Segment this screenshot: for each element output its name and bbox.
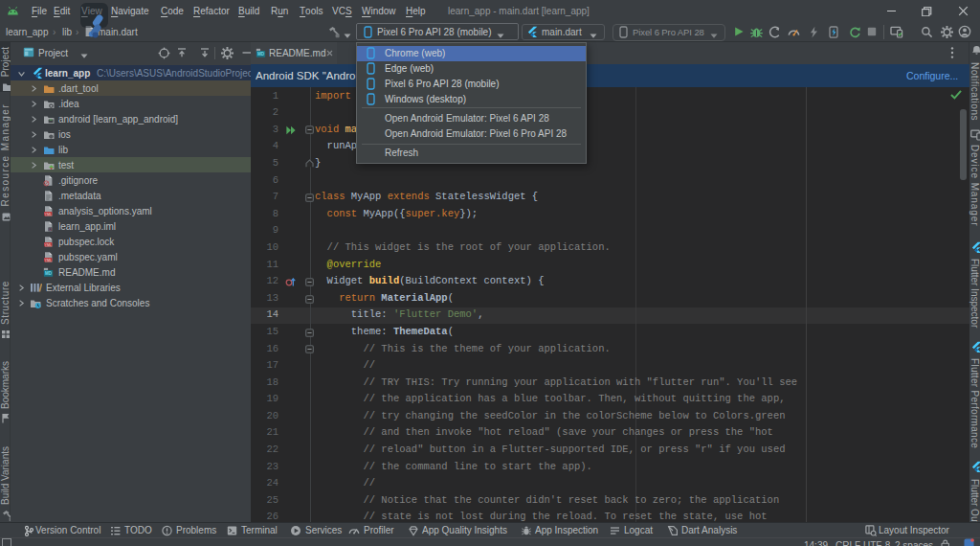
svg-text:IJ: IJ [49, 227, 52, 231]
svg-text:MD: MD [257, 52, 265, 57]
svg-text:YML: YML [45, 242, 52, 246]
svg-text:YML: YML [45, 258, 52, 262]
svg-text:YML: YML [45, 212, 52, 216]
svg-text:MD: MD [45, 271, 53, 276]
